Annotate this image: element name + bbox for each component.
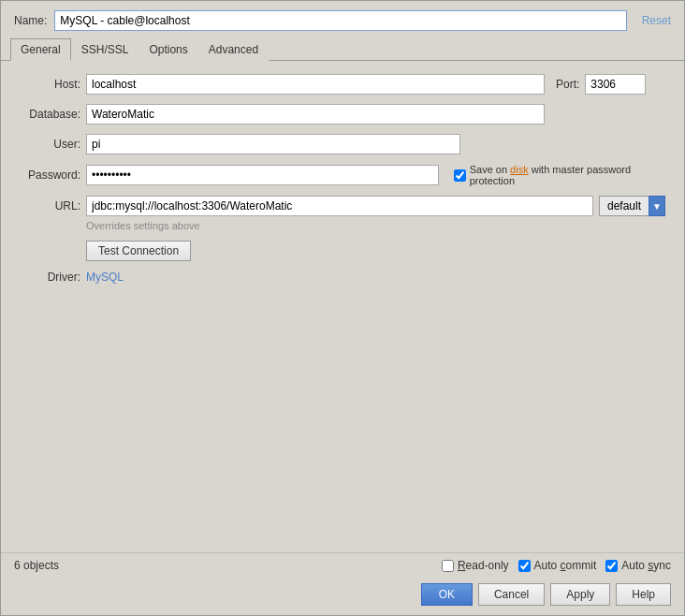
password-row: Password: Save on disk with master passw… — [20, 164, 665, 186]
save-disk-area: Save on disk with master password protec… — [454, 164, 665, 186]
password-input[interactable] — [86, 165, 439, 185]
database-label: Database: — [20, 108, 80, 121]
readonly-group: Read-only — [442, 559, 509, 572]
autocommit-checkbox[interactable] — [518, 560, 531, 572]
url-row: URL: default ▼ — [20, 196, 665, 216]
general-panel: Host: Port: Database: User: Password: Sa… — [1, 61, 684, 552]
url-label: URL: — [20, 199, 80, 213]
tab-general[interactable]: General — [10, 38, 71, 61]
tab-ssh-ssl[interactable]: SSH/SSL — [71, 38, 139, 61]
driver-row: Driver: MySQL — [20, 271, 665, 284]
password-label: Password: — [20, 169, 80, 182]
tabs: General SSH/SSL Options Advanced — [1, 38, 684, 61]
readonly-checkbox[interactable] — [442, 560, 454, 572]
database-input[interactable] — [86, 104, 545, 125]
port-label: Port: — [556, 78, 579, 91]
readonly-underline: R — [458, 559, 466, 572]
name-label: Name: — [14, 14, 47, 27]
user-row: User: — [20, 134, 665, 154]
status-bar: 6 objects Read-only Auto commit Auto syn… — [1, 552, 684, 578]
database-row: Database: — [20, 104, 665, 125]
autocommit-underline: c — [561, 559, 566, 572]
ok-button[interactable]: OK — [421, 583, 473, 606]
overrides-text: Overrides settings above — [86, 220, 665, 231]
save-disk-checkbox[interactable] — [454, 169, 466, 182]
tab-options[interactable]: Options — [138, 38, 197, 61]
status-right: Read-only Auto commit Auto sync — [442, 559, 671, 572]
driver-label: Driver: — [20, 271, 80, 284]
driver-value: MySQL — [86, 271, 124, 284]
tab-advanced[interactable]: Advanced — [198, 38, 269, 61]
disk-underline: disk — [510, 164, 529, 175]
user-label: User: — [20, 138, 80, 151]
url-dropdown-arrow-icon[interactable]: ▼ — [649, 196, 665, 216]
url-dropdown[interactable]: default ▼ — [599, 196, 665, 216]
footer: OK Cancel Apply Help — [1, 578, 684, 615]
apply-button[interactable]: Apply — [550, 583, 610, 606]
autocommit-group: Auto commit — [518, 559, 597, 572]
autosync-underline: s — [648, 559, 653, 572]
host-row: Host: Port: — [20, 74, 665, 95]
name-row: Name: Reset — [1, 1, 684, 38]
autosync-group: Auto sync — [605, 559, 671, 572]
host-label: Host: — [20, 78, 80, 91]
cancel-button[interactable]: Cancel — [478, 583, 545, 606]
objects-count: 6 objects — [14, 559, 59, 572]
url-input[interactable] — [86, 196, 593, 216]
autosync-checkbox[interactable] — [605, 560, 618, 572]
user-input[interactable] — [86, 134, 460, 154]
host-input[interactable] — [86, 74, 545, 95]
help-button[interactable]: Help — [616, 583, 671, 606]
save-disk-label: Save on disk with master password protec… — [470, 164, 665, 186]
name-input[interactable] — [54, 10, 626, 31]
autosync-label: Auto sync — [621, 559, 671, 572]
readonly-label: Read-only — [458, 559, 509, 572]
autocommit-label: Auto commit — [534, 559, 597, 572]
url-dropdown-main[interactable]: default — [599, 196, 649, 216]
connection-dialog: Name: Reset General SSH/SSL Options Adva… — [0, 0, 685, 616]
test-connection-area: Test Connection — [20, 241, 665, 261]
test-connection-button[interactable]: Test Connection — [86, 241, 191, 261]
port-input[interactable] — [585, 74, 646, 95]
reset-link[interactable]: Reset — [642, 14, 671, 27]
